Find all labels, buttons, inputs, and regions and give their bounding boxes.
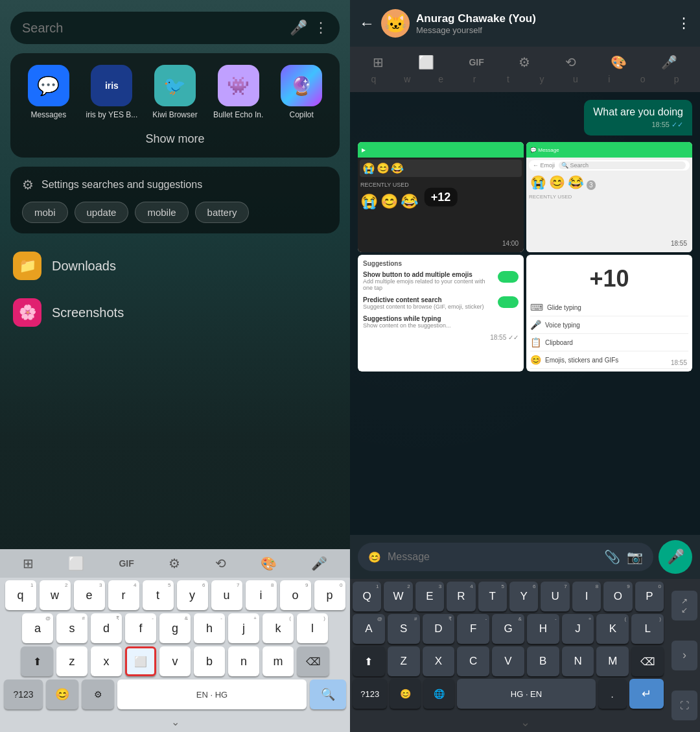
key-r[interactable]: r4 — [108, 580, 139, 610]
rkey-U[interactable]: U7 — [541, 582, 569, 611]
rkey-H[interactable]: H- — [527, 614, 559, 644]
app-item-bullet[interactable]: 👾 Bullet Echo In. — [209, 65, 268, 119]
translate-icon-right[interactable]: ⟲ — [565, 54, 576, 70]
toggle-1[interactable] — [498, 271, 519, 283]
num-key-right[interactable]: ?123 — [353, 679, 387, 709]
translate-icon-left[interactable]: ⟲ — [215, 556, 226, 571]
hide-keyboard-left[interactable]: ⌄ — [0, 713, 350, 732]
key-u[interactable]: u7 — [211, 580, 242, 610]
rkey-W[interactable]: W2 — [384, 582, 412, 611]
rkey-M[interactable]: M — [596, 646, 629, 676]
rkey-A[interactable]: A@ — [353, 614, 385, 644]
key-a[interactable]: a@ — [22, 613, 53, 643]
app-item-copilot[interactable]: 🔮 Copilot — [272, 65, 331, 119]
key-m[interactable]: m — [262, 646, 294, 676]
rkey-P[interactable]: P0 — [635, 582, 664, 611]
settings-icon-right[interactable]: ⚙ — [519, 54, 530, 70]
message-input[interactable] — [388, 551, 598, 563]
gif-button-left[interactable]: GIF — [119, 558, 134, 569]
rkey-L[interactable]: L) — [631, 614, 664, 644]
rkey-X[interactable]: X — [423, 646, 455, 676]
rkey-E[interactable]: E3 — [415, 582, 444, 611]
wa-more-options-icon[interactable]: ⋮ — [677, 15, 691, 32]
toggle-2[interactable] — [498, 296, 519, 308]
mic-icon[interactable]: 🎤 — [290, 19, 307, 36]
key-b[interactable]: b — [194, 646, 225, 676]
rkey-Y[interactable]: Y6 — [509, 582, 538, 611]
search-key-left[interactable]: 🔍 — [310, 679, 346, 709]
voice-icon-left[interactable]: 🎤 — [311, 556, 327, 571]
hide-keyboard-right[interactable]: ⌄ — [350, 713, 700, 732]
gif-button-right[interactable]: GIF — [469, 57, 484, 67]
clipboard-icon-left[interactable]: ⬜ — [68, 556, 84, 571]
num-key-left[interactable]: ?123 — [4, 679, 43, 709]
chip-battery[interactable]: battery — [195, 202, 250, 223]
rkey-B[interactable]: B — [527, 646, 559, 676]
rkey-I[interactable]: I8 — [572, 582, 601, 611]
chip-mobile[interactable]: mobile — [135, 202, 188, 223]
arrow-right-icon[interactable]: › — [671, 641, 697, 670]
shift-key-right[interactable]: ⬆ — [353, 646, 385, 676]
theme-icon-left[interactable]: 🎨 — [261, 556, 277, 571]
key-q[interactable]: q1 — [5, 580, 36, 610]
attach-icon[interactable]: 📎 — [604, 549, 620, 565]
clipboard-key-left[interactable]: ⬜ — [125, 646, 156, 676]
key-p[interactable]: p0 — [314, 580, 345, 610]
search-input[interactable] — [22, 21, 283, 36]
key-l[interactable]: l) — [297, 613, 328, 643]
period-key-right[interactable]: . — [598, 679, 627, 709]
chat-image-4[interactable]: +10 ⌨ Glide typing 🎤 Voice typing 📋 Clip… — [526, 255, 692, 372]
voice-message-button[interactable]: 🎤 — [659, 540, 692, 574]
globe-key-right[interactable]: 🌐 — [423, 679, 454, 709]
settings-icon-left[interactable]: ⚙ — [169, 556, 180, 571]
key-t[interactable]: t5 — [143, 580, 174, 610]
show-more-button[interactable]: Show more — [17, 127, 333, 148]
key-f[interactable]: f- — [125, 613, 156, 643]
expand-icon[interactable]: ↗↙ — [671, 591, 697, 620]
rkey-J[interactable]: J+ — [562, 614, 594, 644]
key-h[interactable]: h- — [194, 613, 225, 643]
rkey-T[interactable]: T5 — [478, 582, 507, 611]
rkey-Z[interactable]: Z — [388, 646, 420, 676]
key-y[interactable]: y6 — [177, 580, 208, 610]
rkey-D[interactable]: D₹ — [423, 614, 455, 644]
key-d[interactable]: d₹ — [91, 613, 122, 643]
key-j[interactable]: j+ — [228, 613, 259, 643]
grid-icon-right[interactable]: ⊞ — [373, 54, 384, 70]
settings-key-left[interactable]: ⚙ — [82, 679, 114, 709]
rkey-G[interactable]: G& — [492, 614, 524, 644]
more-options-icon[interactable]: ⋮ — [314, 19, 328, 36]
key-x[interactable]: x — [91, 646, 122, 676]
key-z[interactable]: z — [56, 646, 88, 676]
mic-icon-right[interactable]: 🎤 — [661, 54, 677, 70]
rkey-C[interactable]: C — [457, 646, 489, 676]
key-i[interactable]: i8 — [246, 580, 277, 610]
app-item-messages[interactable]: 💬 Messages — [19, 65, 78, 119]
backspace-key-left[interactable]: ⌫ — [297, 646, 329, 676]
chip-update[interactable]: update — [75, 202, 129, 223]
backspace-key-right[interactable]: ⌫ — [631, 646, 664, 676]
emoji-key-left[interactable]: 😊 — [46, 679, 78, 709]
rkey-R[interactable]: R4 — [447, 582, 475, 611]
key-w[interactable]: w2 — [40, 580, 71, 610]
chat-image-3[interactable]: Suggestions Show button to add multiple … — [358, 255, 524, 372]
grid-icon[interactable]: ⊞ — [23, 556, 34, 571]
rkey-K[interactable]: K( — [596, 614, 629, 644]
emoji-input-icon[interactable]: 😊 — [368, 551, 381, 563]
chat-image-2[interactable]: 💬 Message ← Emoji 🔍 Search 😭 😊 😂 3 — [526, 142, 692, 252]
rkey-O[interactable]: O9 — [603, 582, 632, 611]
resize-icon[interactable]: ⛶ — [671, 691, 697, 720]
rkey-Q[interactable]: Q1 — [353, 582, 381, 611]
rkey-F[interactable]: F- — [457, 614, 489, 644]
chip-mobi[interactable]: mobi — [22, 202, 68, 223]
enter-key-right[interactable]: ↵ — [629, 679, 664, 709]
chat-image-1[interactable]: ▶ 😭 😊 😂 RECENTLY USED 😭 😊 😂 — [358, 142, 524, 252]
app-item-iris[interactable]: iris iris by YES B... — [82, 65, 141, 119]
camera-icon[interactable]: 📷 — [627, 549, 643, 565]
theme-icon-right[interactable]: 🎨 — [611, 54, 627, 70]
rkey-V[interactable]: V — [492, 646, 524, 676]
space-key-left[interactable]: EN · HG — [117, 679, 307, 709]
key-s[interactable]: s# — [56, 613, 88, 643]
key-g[interactable]: g& — [159, 613, 191, 643]
screenshots-item[interactable]: 🌸 Screenshots — [10, 289, 340, 336]
